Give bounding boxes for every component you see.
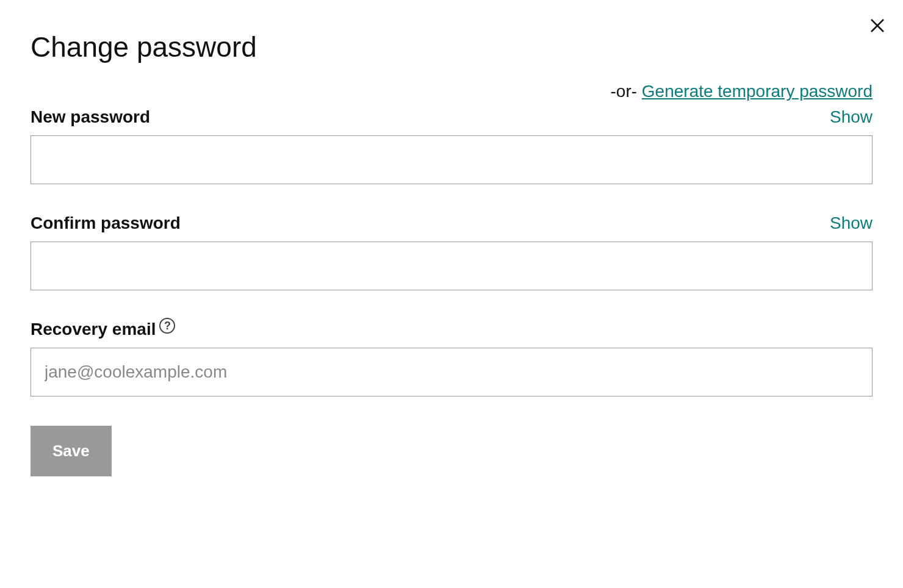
help-icon[interactable]: ? xyxy=(159,318,175,334)
new-password-group: New password Show xyxy=(31,107,872,184)
label-row: Recovery email ? xyxy=(31,320,872,339)
label-row: Confirm password Show xyxy=(31,213,872,233)
confirm-password-group: Confirm password Show xyxy=(31,213,872,290)
recovery-email-label: Recovery email ? xyxy=(31,320,175,339)
label-row: New password Show xyxy=(31,107,872,127)
close-icon xyxy=(868,16,887,35)
save-button[interactable]: Save xyxy=(31,426,112,476)
recovery-email-label-text: Recovery email xyxy=(31,320,156,339)
recovery-email-group: Recovery email ? xyxy=(31,320,872,396)
or-text: -or- xyxy=(610,82,641,101)
new-password-label: New password xyxy=(31,107,150,127)
recovery-email-input[interactable] xyxy=(31,348,872,396)
show-confirm-password-button[interactable]: Show xyxy=(830,213,872,233)
new-password-input[interactable] xyxy=(31,135,872,184)
page-title: Change password xyxy=(31,30,872,63)
confirm-password-input[interactable] xyxy=(31,242,872,290)
show-new-password-button[interactable]: Show xyxy=(830,107,872,127)
close-button[interactable] xyxy=(864,12,891,39)
confirm-password-label: Confirm password xyxy=(31,213,181,233)
generate-temp-password-link[interactable]: Generate temporary password xyxy=(642,82,872,101)
generate-row: -or- Generate temporary password xyxy=(31,82,872,101)
